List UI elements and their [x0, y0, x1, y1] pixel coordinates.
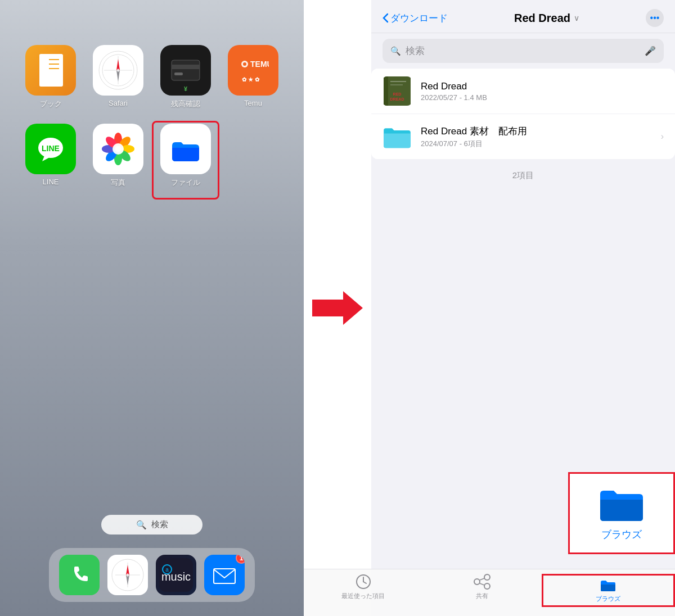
iphone-home-screen: ブック Safari — [0, 0, 304, 616]
items-count: 2項目 — [371, 170, 675, 181]
browse-folder-icon — [600, 578, 616, 592]
dock-music[interactable]: music a — [156, 555, 196, 595]
app-zandaka-label: 残高確認 — [171, 99, 200, 109]
microphone-icon[interactable]: 🎤 — [645, 46, 656, 56]
clock-icon — [356, 574, 371, 590]
svg-rect-44 — [210, 561, 238, 589]
chevron-right-icon: › — [661, 132, 664, 142]
svg-line-59 — [480, 578, 484, 580]
svg-text:RED: RED — [393, 92, 402, 96]
svg-rect-49 — [390, 81, 406, 82]
file-list: RED DREAD Red Dread 2022/05/27 - 1.4 MB — [371, 69, 675, 159]
file-item-red-dread[interactable]: RED DREAD Red Dread 2022/05/27 - 1.4 MB — [371, 69, 675, 114]
svg-text:TEMU: TEMU — [250, 60, 269, 69]
dock: music a 1 — [49, 548, 255, 602]
chevron-down-icon[interactable]: ∨ — [574, 13, 579, 22]
tab-browse-label: ブラウズ — [596, 595, 620, 603]
shared-icon — [474, 574, 490, 590]
svg-line-55 — [363, 582, 366, 583]
svg-point-57 — [484, 574, 490, 580]
app-photos[interactable]: 写真 — [87, 124, 149, 197]
file-info-red-dread: Red Dread 2022/05/27 - 1.4 MB — [421, 81, 664, 102]
app-safari-label: Safari — [109, 99, 128, 107]
svg-text:✿ ★ ✿: ✿ ★ ✿ — [242, 76, 260, 83]
file-name: Red Dread — [421, 81, 664, 92]
search-input[interactable]: 検索 — [406, 44, 640, 57]
nav-title-area: Red Dread ∨ — [514, 12, 579, 25]
app-book[interactable]: ブック — [20, 45, 82, 118]
browse-large-panel: ブラウズ — [568, 472, 675, 554]
content-area: 2項目 ブラウズ — [371, 159, 675, 616]
app-photos-label: 写真 — [111, 178, 125, 188]
nav-title: Red Dread — [514, 12, 570, 25]
app-temu[interactable]: TEMU ✿ ★ ✿ Temu — [222, 45, 284, 118]
svg-marker-46 — [312, 291, 363, 325]
files-app: ダウンロード Red Dread ∨ ••• 🔍 検索 🎤 RE — [371, 0, 675, 616]
file-icon-book: RED DREAD — [382, 76, 412, 106]
back-label: ダウンロード — [390, 12, 448, 25]
svg-text:DREAD: DREAD — [390, 97, 404, 101]
dock-mail[interactable]: 1 — [204, 555, 245, 595]
arrow-container — [304, 0, 371, 616]
svg-rect-48 — [384, 76, 388, 106]
home-search-label: 検索 — [151, 519, 168, 530]
svg-point-58 — [484, 583, 490, 589]
app-line[interactable]: LINE LINE — [20, 124, 82, 197]
file-meta-folder: 2024/07/07 - 6項目 — [421, 139, 652, 149]
tab-recent-label: 最近使った項目 — [341, 592, 385, 600]
dock-phone[interactable] — [59, 555, 100, 595]
tab-recent[interactable]: 最近使った項目 — [304, 574, 422, 605]
empty-slot — [222, 124, 284, 197]
svg-rect-50 — [390, 84, 403, 85]
nav-bar: ダウンロード Red Dread ∨ ••• — [371, 0, 675, 33]
svg-point-32 — [112, 143, 124, 155]
file-meta: 2022/05/27 - 1.4 MB — [421, 93, 664, 102]
svg-rect-1 — [39, 54, 43, 87]
svg-text:LINE: LINE — [42, 144, 60, 153]
svg-rect-13 — [172, 65, 200, 69]
svg-line-60 — [480, 583, 484, 585]
app-files-label: ファイル — [171, 178, 200, 188]
app-grid: ブック Safari — [8, 34, 295, 208]
more-button[interactable]: ••• — [646, 9, 664, 27]
tab-shared-label: 共有 — [476, 592, 488, 600]
browse-large-label: ブラウズ — [601, 528, 642, 541]
home-search-button[interactable]: 🔍 検索 — [101, 515, 202, 535]
app-book-label: ブック — [40, 99, 62, 109]
app-line-label: LINE — [43, 178, 59, 186]
svg-point-16 — [243, 62, 246, 66]
svg-rect-12 — [172, 60, 200, 80]
browse-large-folder-icon — [599, 485, 644, 524]
chevron-left-icon — [382, 13, 388, 23]
right-arrow-icon — [312, 288, 363, 328]
svg-text:a: a — [165, 567, 169, 573]
app-zandaka[interactable]: ¥ 残高確認 — [155, 45, 217, 118]
svg-rect-14 — [174, 73, 183, 75]
back-button[interactable]: ダウンロード — [382, 12, 448, 25]
tab-bar: 最近使った項目 共有 ブラウズ — [304, 569, 675, 616]
ellipsis-icon: ••• — [650, 13, 660, 23]
app-temu-label: Temu — [244, 99, 262, 107]
app-safari[interactable]: Safari — [87, 45, 149, 118]
dock-safari[interactable] — [107, 555, 148, 595]
file-icon-folder — [382, 122, 412, 151]
search-icon: 🔍 — [136, 520, 147, 530]
search-icon: 🔍 — [390, 46, 401, 56]
file-info-red-dread-folder: Red Dread 素材 配布用 2024/07/07 - 6項目 — [421, 125, 652, 149]
app-files[interactable]: ファイル — [155, 124, 217, 197]
search-bar[interactable]: 🔍 検索 🎤 — [382, 39, 664, 63]
file-item-red-dread-folder[interactable]: Red Dread 素材 配布用 2024/07/07 - 6項目 › — [371, 114, 675, 159]
tab-shared[interactable]: 共有 — [422, 574, 541, 605]
svg-point-56 — [474, 579, 480, 585]
tab-browse[interactable]: ブラウズ — [542, 574, 675, 607]
file-name-folder: Red Dread 素材 配布用 — [421, 125, 652, 138]
